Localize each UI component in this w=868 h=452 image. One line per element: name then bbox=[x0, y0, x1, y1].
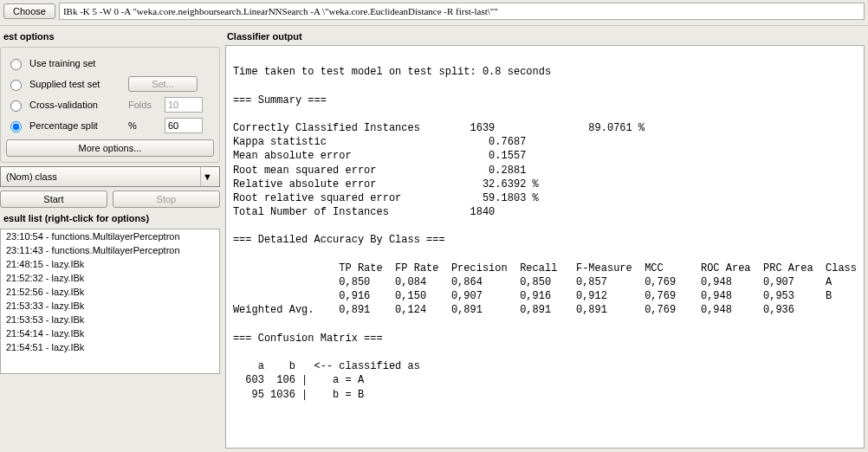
list-item[interactable]: 23:10:54 - functions.MultilayerPerceptro… bbox=[1, 229, 219, 243]
chevron-down-icon: ▼ bbox=[200, 167, 214, 186]
classifier-output[interactable]: Time taken to test model on test split: … bbox=[225, 45, 865, 449]
percentage-split-radio[interactable] bbox=[10, 121, 22, 132]
start-button[interactable]: Start bbox=[0, 190, 107, 208]
result-list-title: esult list (right-click for options) bbox=[0, 211, 220, 225]
folds-input[interactable] bbox=[165, 97, 203, 113]
supplied-test-label: Supplied test set bbox=[29, 79, 123, 89]
test-options-title: est options bbox=[0, 29, 220, 43]
class-attribute-combo[interactable]: (Nom) class ▼ bbox=[0, 166, 220, 187]
folds-label: Folds bbox=[128, 100, 159, 110]
list-item[interactable]: 21:53:53 - lazy.IBk bbox=[1, 313, 219, 326]
class-attribute-value: (Nom) class bbox=[6, 171, 57, 182]
classifier-command-input[interactable] bbox=[59, 3, 865, 20]
result-list[interactable]: 23:10:54 - functions.MultilayerPerceptro… bbox=[0, 229, 220, 374]
choose-button[interactable]: Choose bbox=[3, 3, 55, 19]
stop-button[interactable]: Stop bbox=[113, 190, 220, 208]
classifier-output-title: Classifier output bbox=[223, 29, 868, 43]
supplied-test-radio[interactable] bbox=[10, 80, 22, 91]
list-item[interactable]: 21:52:56 - lazy.IBk bbox=[1, 285, 219, 299]
classifier-chooser-row: Choose bbox=[0, 0, 868, 26]
percent-symbol: % bbox=[128, 120, 159, 131]
list-item[interactable]: 23:11:43 - functions.MultilayerPerceptro… bbox=[1, 243, 219, 257]
set-testset-button[interactable]: Set... bbox=[128, 76, 198, 92]
list-item[interactable]: 21:53:33 - lazy.IBk bbox=[1, 299, 219, 313]
use-training-radio[interactable] bbox=[10, 59, 22, 70]
list-item[interactable]: 21:48:15 - lazy.IBk bbox=[1, 257, 219, 271]
list-item[interactable]: 21:52:32 - lazy.IBk bbox=[1, 271, 219, 285]
test-options-panel: Use training set Supplied test set Set..… bbox=[0, 47, 220, 163]
percentage-input[interactable] bbox=[165, 118, 203, 133]
list-item[interactable]: 21:54:51 - lazy.IBk bbox=[1, 340, 219, 354]
list-item[interactable]: 21:54:14 - lazy.IBk bbox=[1, 326, 219, 340]
cross-validation-radio[interactable] bbox=[10, 100, 22, 112]
percentage-split-label: Percentage split bbox=[29, 120, 123, 131]
more-options-button[interactable]: More options... bbox=[6, 139, 214, 157]
use-training-label: Use training set bbox=[29, 58, 123, 68]
cross-validation-label: Cross-validation bbox=[29, 100, 123, 110]
